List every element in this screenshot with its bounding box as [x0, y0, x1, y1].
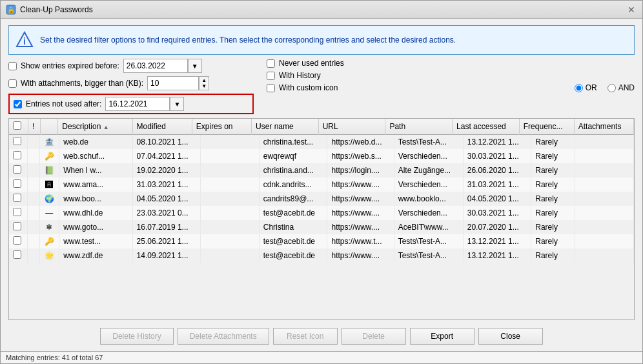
delete-history-button[interactable]: Delete History	[100, 328, 173, 345]
row-checkbox[interactable]	[13, 208, 21, 216]
col-header-flag[interactable]: !	[28, 119, 40, 135]
filters-area: Show entries expired before: ▼ With atta…	[8, 59, 635, 114]
or-radio-item: OR	[575, 83, 597, 92]
col-header-last-accessed[interactable]: Last accessed	[453, 119, 520, 135]
table-row: 🌍 www.boo... 04.05.2020 1... candrits89@…	[9, 192, 634, 206]
row-frequency-cell: Rarely	[531, 177, 575, 192]
row-checkbox[interactable]	[13, 250, 21, 259]
row-url-cell: https://login....	[327, 163, 394, 177]
row-checkbox[interactable]	[13, 137, 21, 145]
filter-history-row: With History	[267, 71, 635, 80]
delete-attachments-button[interactable]: Delete Attachments	[178, 328, 269, 345]
col-header-attachments[interactable]: Attachments	[574, 119, 633, 135]
row-flag-cell	[28, 192, 39, 206]
attachments-value-input[interactable]	[147, 76, 199, 90]
row-username-cell: test@acebit.de	[259, 248, 327, 263]
row-modified-cell: 19.02.2020 1...	[132, 163, 201, 177]
row-modified-cell: 08.10.2021 1...	[132, 135, 201, 149]
entry-icon: 🔑	[45, 237, 54, 246]
and-radio[interactable]	[607, 84, 616, 92]
col-header-path[interactable]: Path	[385, 119, 453, 135]
row-path-cell: AceBIT\www...	[394, 220, 463, 234]
and-radio-item: AND	[607, 83, 635, 92]
col-header-icon[interactable]	[40, 119, 58, 135]
filters-right: Never used entries With History With cus…	[254, 59, 635, 114]
row-checkbox[interactable]	[13, 151, 21, 159]
info-bar: i Set the desired filter options to find…	[8, 25, 635, 55]
row-username-cell: test@acebit.de	[259, 206, 327, 220]
col-header-desc[interactable]: Description ▲	[58, 119, 132, 135]
col-header-url[interactable]: URL	[318, 119, 385, 135]
row-checkbox-cell	[9, 163, 28, 177]
expired-checkbox[interactable]	[8, 62, 17, 70]
row-flag-cell	[28, 248, 39, 263]
content-area: i Set the desired filter options to find…	[1, 19, 642, 351]
row-flag-cell	[28, 206, 39, 220]
or-radio[interactable]	[575, 84, 583, 92]
row-attachments-cell	[575, 192, 634, 206]
reset-icon-button[interactable]: Reset Icon	[273, 328, 338, 345]
window-title: Clean-Up Passwords	[20, 5, 93, 14]
not-used-date-input[interactable]	[105, 97, 170, 111]
and-label: AND	[618, 83, 635, 92]
col-header-modified[interactable]: Modified	[132, 119, 192, 135]
attachments-checkbox[interactable]	[8, 79, 17, 88]
row-path-cell: Tests\Test-A...	[394, 135, 463, 149]
entry-icon: 🅰	[45, 180, 54, 189]
row-username-cell: ewqrewqf	[259, 149, 327, 163]
filter-not-used-row: Entries not used after: ▼	[8, 94, 254, 114]
info-icon: i	[15, 31, 34, 49]
row-last-accessed-cell: 13.12.2021 1...	[463, 248, 531, 263]
row-username-cell: christina.test...	[259, 135, 327, 149]
col-header-check[interactable]	[9, 119, 28, 135]
row-icon-cell: 🔑	[39, 149, 59, 163]
row-checkbox[interactable]	[13, 165, 21, 174]
delete-button[interactable]: Delete	[342, 328, 406, 345]
row-frequency-cell: Rarely	[531, 192, 575, 206]
row-checkbox[interactable]	[13, 194, 21, 202]
row-attachments-cell	[575, 234, 634, 248]
row-checkbox[interactable]	[13, 236, 21, 245]
filter-never-used-row: Never used entries	[267, 59, 635, 68]
row-frequency-cell: Rarely	[531, 220, 575, 234]
row-expires-cell	[201, 220, 260, 234]
not-used-checkbox[interactable]	[14, 100, 22, 108]
custom-icon-checkbox[interactable]	[267, 84, 275, 92]
attachments-value-wrapper: ▲ ▼	[147, 76, 209, 90]
row-username-cell: Christina	[259, 220, 327, 234]
history-checkbox[interactable]	[267, 72, 275, 80]
select-all-checkbox[interactable]	[13, 121, 21, 130]
row-frequency-cell: Rarely	[531, 149, 575, 163]
status-text: Matching entries: 41 of total 67	[6, 354, 103, 361]
never-used-checkbox[interactable]	[267, 59, 275, 68]
close-window-button[interactable]: ✕	[626, 4, 637, 15]
row-checkbox-cell	[9, 234, 28, 248]
not-used-date-picker-button[interactable]: ▼	[170, 97, 184, 111]
row-path-cell: Verschieden...	[394, 177, 463, 192]
col-header-frequency[interactable]: Frequenc...	[519, 119, 574, 135]
expired-label: Show entries expired before:	[21, 61, 119, 70]
row-desc-cell: www.zdf.de	[59, 248, 132, 263]
title-bar: 🔒 Clean-Up Passwords ✕	[1, 1, 642, 19]
close-button[interactable]: Close	[478, 328, 543, 345]
expired-date-input[interactable]	[123, 59, 188, 73]
row-last-accessed-cell: 20.07.2020 1...	[463, 220, 531, 234]
row-username-cell: cdnk.andrits...	[259, 177, 327, 192]
col-header-expires[interactable]: Expires on	[192, 119, 251, 135]
row-checkbox-cell	[9, 206, 28, 220]
row-modified-cell: 04.05.2020 1...	[132, 192, 201, 206]
row-checkbox[interactable]	[13, 222, 21, 230]
expired-date-picker-button[interactable]: ▼	[188, 59, 202, 73]
row-attachments-cell	[575, 248, 634, 263]
table-scroll-area[interactable]: 🏦 web.de 08.10.2021 1... christina.test.…	[9, 135, 634, 319]
row-expires-cell	[201, 163, 260, 177]
col-header-username[interactable]: User name	[251, 119, 318, 135]
row-url-cell: https://www.t...	[327, 234, 394, 248]
attachments-spinner[interactable]: ▲ ▼	[199, 76, 209, 90]
history-label: With History	[279, 71, 321, 80]
never-used-label: Never used entries	[279, 59, 344, 68]
row-checkbox[interactable]	[13, 179, 21, 188]
row-flag-cell	[28, 220, 39, 234]
export-button[interactable]: Export	[410, 328, 475, 345]
row-path-cell: Alte Zugänge...	[394, 163, 463, 177]
